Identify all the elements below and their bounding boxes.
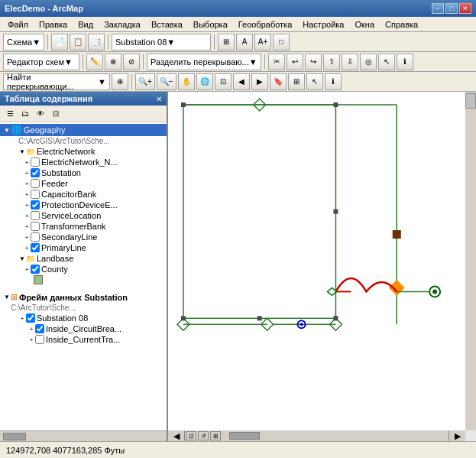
h-scroll-thumb[interactable] xyxy=(229,432,260,440)
protection-checkbox[interactable] xyxy=(31,200,40,210)
menu-windows[interactable]: Окна xyxy=(350,18,379,31)
expand-landbase-icon[interactable]: ▼ xyxy=(18,255,26,262)
toc-electric-network-n[interactable]: + ElectricNetwork_N... xyxy=(0,157,167,167)
toc-landbase[interactable]: ▼ 📁 Landbase xyxy=(0,253,167,264)
tb-frame-btn3[interactable]: A+ xyxy=(254,34,271,50)
expand-secondary-icon[interactable]: + xyxy=(23,233,31,241)
expand-sub08-icon[interactable]: + xyxy=(18,314,26,322)
toc-geography[interactable]: ▼ 🌐 Geography xyxy=(0,124,167,136)
toc-substation[interactable]: + Substation xyxy=(0,167,167,178)
identify-btn[interactable]: ↖ xyxy=(306,73,323,90)
transformer-checkbox[interactable] xyxy=(31,222,40,231)
menu-file[interactable]: Файл xyxy=(3,18,33,31)
expand-feeder-icon[interactable]: + xyxy=(23,180,31,187)
bookmark-btn[interactable]: 🔖 xyxy=(270,73,287,90)
zoom-out-btn[interactable]: 🔍− xyxy=(157,73,176,90)
capacitor-checkbox[interactable] xyxy=(31,190,40,199)
tb-frame-btn4[interactable]: □ xyxy=(273,34,290,50)
secondary-checkbox[interactable] xyxy=(31,232,40,242)
circuit-checkbox[interactable] xyxy=(35,324,44,333)
tb-find-btn[interactable]: ⊕ xyxy=(112,73,128,90)
tb-split-btn2[interactable]: ↩ xyxy=(287,54,303,70)
expand-electric-icon[interactable]: ▼ xyxy=(18,148,26,155)
substation-dropdown[interactable]: Substation 08 ▼ xyxy=(112,34,211,50)
pan-btn[interactable]: ✋ xyxy=(178,73,195,90)
tb-edit-btn2[interactable]: ⊕ xyxy=(105,54,121,70)
map-scrollbar-v[interactable] xyxy=(465,92,476,430)
map-area[interactable]: ◀ ▶ ⊡ ↺ ⊞ xyxy=(168,92,476,441)
minimize-button[interactable]: − xyxy=(432,3,444,14)
toc-scroll-thumb[interactable] xyxy=(3,433,26,440)
sub08-checkbox[interactable] xyxy=(26,313,35,323)
current-checkbox[interactable] xyxy=(35,335,44,344)
tb-frame-btn2[interactable]: A xyxy=(236,34,253,50)
county-checkbox[interactable] xyxy=(31,265,40,274)
tb-split-btn6[interactable]: ◎ xyxy=(360,54,377,70)
toc-scrollbar[interactable] xyxy=(0,430,167,441)
map-nav-buttons[interactable]: ⊡ ↺ ⊞ xyxy=(185,430,222,441)
toc-substation-08[interactable]: + Substation 08 xyxy=(0,313,167,323)
tb-split-btn3[interactable]: ↪ xyxy=(305,54,322,70)
find-dropdown[interactable]: Найти перекрывающи... ▼ xyxy=(3,73,110,90)
toc-capacitor-bank[interactable]: + CapacitorBank xyxy=(0,189,167,200)
split-dropdown[interactable]: Разделить перекрываю... ▼ xyxy=(147,54,261,70)
expand-service-icon[interactable]: + xyxy=(23,212,31,219)
toc-close-btn[interactable]: ✕ xyxy=(156,95,162,103)
menu-edit[interactable]: Правка xyxy=(34,18,72,31)
schema-dropdown[interactable]: Схема ▼ xyxy=(3,34,44,50)
window-controls[interactable]: − □ ✕ xyxy=(432,3,471,14)
select-btn[interactable]: ⊞ xyxy=(288,73,305,90)
menu-customize[interactable]: Настройка xyxy=(298,18,348,31)
toc-header-buttons[interactable]: ✕ xyxy=(156,95,162,103)
info-btn[interactable]: ℹ xyxy=(325,73,342,90)
tb-split-btn5[interactable]: ⇩ xyxy=(342,54,358,70)
tb-btn-2[interactable]: 📋 xyxy=(70,34,86,50)
expand-substation-icon[interactable]: + xyxy=(23,169,31,177)
electric-network-n-checkbox[interactable] xyxy=(31,158,40,167)
service-checkbox[interactable] xyxy=(31,211,40,220)
substation-checkbox[interactable] xyxy=(31,168,40,177)
toc-current-tra[interactable]: + Inside_CurrentTra... xyxy=(0,334,167,345)
toc-transformer[interactable]: + TransformerBank xyxy=(0,221,167,232)
expand-circuit-icon[interactable]: + xyxy=(28,325,35,333)
nav-btn-2[interactable]: ↺ xyxy=(198,431,209,440)
toc-visibility-btn[interactable]: 👁 xyxy=(34,107,47,121)
menu-help[interactable]: Справка xyxy=(380,18,423,31)
toc-selection-btn[interactable]: ⊡ xyxy=(49,107,63,121)
nav-btn-1[interactable]: ⊡ xyxy=(186,431,196,440)
toc-frame-substation[interactable]: ▼ ⊞ Фрейм данных Substation xyxy=(0,291,167,303)
tb-edit-btn1[interactable]: ✏️ xyxy=(86,54,103,70)
h-scroll-left[interactable]: ◀ xyxy=(168,430,185,441)
expand-n-icon[interactable]: + xyxy=(23,158,31,166)
forward-btn[interactable]: ▶ xyxy=(251,73,268,90)
nav-btn-3[interactable]: ⊞ xyxy=(210,431,221,440)
toc-county[interactable]: + County xyxy=(0,264,167,274)
tb-split-btn7[interactable]: ↖ xyxy=(378,54,395,70)
expand-frame-icon[interactable]: ▼ xyxy=(3,294,11,301)
toc-electric-network[interactable]: ▼ 📁 ElectricNetwork xyxy=(0,146,167,157)
tb-frame-btn1[interactable]: ⊞ xyxy=(218,34,235,50)
expand-capacitor-icon[interactable]: + xyxy=(23,190,31,198)
menu-geoprocessing[interactable]: Геообработка xyxy=(234,18,297,31)
expand-current-icon[interactable]: + xyxy=(28,336,35,343)
expand-transformer-icon[interactable]: + xyxy=(23,223,31,230)
back-btn[interactable]: ◀ xyxy=(233,73,250,90)
menu-view[interactable]: Вид xyxy=(73,18,98,31)
map-scrollbar-h[interactable]: ◀ ▶ ⊡ ↺ ⊞ xyxy=(168,430,465,441)
tb-btn-3[interactable]: 📑 xyxy=(88,34,105,50)
globe-btn[interactable]: 🌐 xyxy=(196,73,213,90)
h-scroll-right[interactable]: ▶ xyxy=(448,430,465,441)
toc-protection[interactable]: + ProtectionDeviceE... xyxy=(0,200,167,210)
expand-protection-icon[interactable]: + xyxy=(23,201,31,209)
full-extent-btn[interactable]: ⊡ xyxy=(215,73,232,90)
tb-split-btn8[interactable]: ℹ xyxy=(397,54,413,70)
expand-geography-icon[interactable]: ▼ xyxy=(3,126,11,134)
tb-edit-btn3[interactable]: ⊘ xyxy=(123,54,140,70)
zoom-in-btn[interactable]: 🔍+ xyxy=(135,73,155,90)
toc-secondary[interactable]: + SecondaryLine xyxy=(0,232,167,242)
expand-county-icon[interactable]: + xyxy=(23,265,31,273)
toc-feeder[interactable]: + Feeder xyxy=(0,178,167,189)
expand-primary-icon[interactable]: + xyxy=(23,244,31,252)
tb-split-btn4[interactable]: ⇧ xyxy=(323,54,340,70)
toc-list-btn[interactable]: ☰ xyxy=(3,107,17,121)
